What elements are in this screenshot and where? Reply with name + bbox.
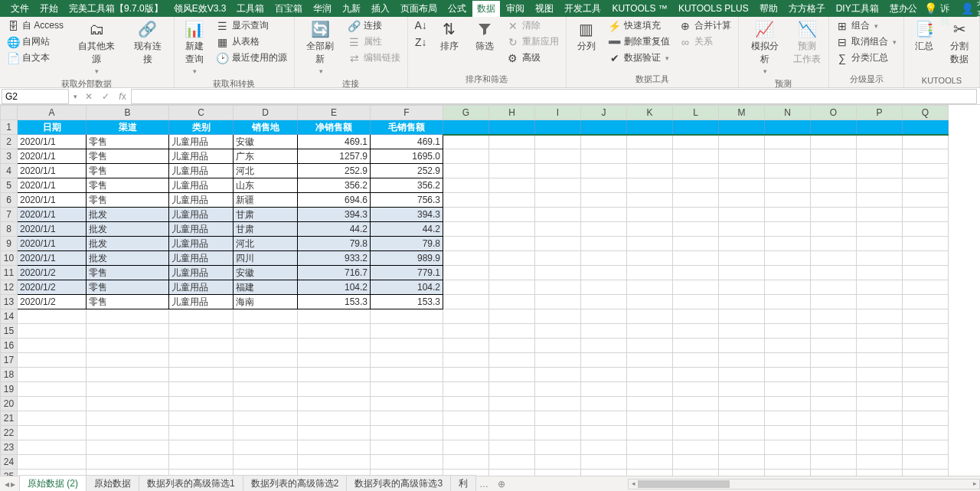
cell-H14[interactable]: [489, 309, 535, 324]
cell-B23[interactable]: [87, 440, 169, 455]
cell-C8[interactable]: 儿童用品: [169, 222, 234, 237]
col-header-J[interactable]: J: [581, 106, 627, 120]
cell-B2[interactable]: 零售: [87, 135, 169, 149]
cell-D12[interactable]: 福建: [234, 280, 298, 295]
cell-K18[interactable]: [627, 368, 673, 382]
cell-I14[interactable]: [535, 309, 581, 324]
row-header-24[interactable]: 24: [1, 455, 18, 470]
row-header-1[interactable]: 1: [1, 120, 18, 135]
cell-C9[interactable]: 儿童用品: [169, 237, 234, 251]
from-table-button[interactable]: ▦从表格: [214, 34, 289, 49]
cell-I18[interactable]: [535, 368, 581, 382]
cell-F13[interactable]: 153.3: [371, 295, 443, 309]
cell-Q6[interactable]: [903, 193, 949, 208]
cell-Q3[interactable]: [903, 149, 949, 164]
cell-L17[interactable]: [673, 353, 719, 368]
cell-N15[interactable]: [765, 324, 811, 339]
cell-C24[interactable]: [169, 455, 234, 470]
row-header-3[interactable]: 3: [1, 149, 18, 164]
cell-G3[interactable]: [443, 149, 489, 164]
cell-M22[interactable]: [719, 426, 765, 440]
cell-F20[interactable]: [371, 397, 443, 411]
cell-N20[interactable]: [765, 397, 811, 411]
add-sheet-button[interactable]: ⊕: [492, 479, 511, 489]
cell-D22[interactable]: [234, 426, 298, 440]
cell-D7[interactable]: 甘肃: [234, 208, 298, 222]
horizontal-scrollbar[interactable]: ◂ ▸: [628, 479, 980, 489]
menu-tab-华润[interactable]: 华润: [309, 1, 336, 17]
cell-Q12[interactable]: [903, 280, 949, 295]
cell-J8[interactable]: [581, 222, 627, 237]
cell-J17[interactable]: [581, 353, 627, 368]
cell-P14[interactable]: [857, 309, 903, 324]
col-header-M[interactable]: M: [719, 106, 765, 120]
cell-C13[interactable]: 儿童用品: [169, 295, 234, 309]
cell-O24[interactable]: [811, 455, 857, 470]
cell-Q24[interactable]: [903, 455, 949, 470]
cell-L2[interactable]: [673, 135, 719, 149]
cell-E4[interactable]: 252.9: [298, 164, 371, 178]
cell-H11[interactable]: [489, 266, 535, 280]
col-header-F[interactable]: F: [371, 106, 443, 120]
header-cell[interactable]: [443, 120, 489, 135]
cell-G24[interactable]: [443, 455, 489, 470]
cell-B20[interactable]: [87, 397, 169, 411]
cell-D13[interactable]: 海南: [234, 295, 298, 309]
cell-C15[interactable]: [169, 324, 234, 339]
enter-formula-button[interactable]: ✓: [97, 91, 114, 102]
row-header-20[interactable]: 20: [1, 397, 18, 411]
group-button[interactable]: ⊞组合: [834, 18, 899, 33]
cell-K22[interactable]: [627, 426, 673, 440]
cell-P25[interactable]: [857, 470, 903, 476]
cell-I5[interactable]: [535, 178, 581, 193]
cell-I11[interactable]: [535, 266, 581, 280]
scroll-left-icon[interactable]: ◂: [629, 480, 638, 487]
cell-N2[interactable]: [765, 135, 811, 149]
cell-L19[interactable]: [673, 382, 719, 397]
subtotal-button[interactable]: ∑分类汇总: [834, 51, 899, 65]
menu-tab-插入[interactable]: 插入: [367, 1, 394, 17]
cell-K3[interactable]: [627, 149, 673, 164]
cell-E22[interactable]: [298, 426, 371, 440]
menu-tab-领风E效V3.3[interactable]: 领风E效V3.3: [169, 1, 231, 17]
cell-D20[interactable]: [234, 397, 298, 411]
cell-O18[interactable]: [811, 368, 857, 382]
cell-H4[interactable]: [489, 164, 535, 178]
cell-C11[interactable]: 儿童用品: [169, 266, 234, 280]
cell-A24[interactable]: [18, 455, 87, 470]
cell-M11[interactable]: [719, 266, 765, 280]
sheet-tab-1[interactable]: 原始数据: [86, 475, 139, 491]
cell-E19[interactable]: [298, 382, 371, 397]
menu-tab-百宝箱[interactable]: 百宝箱: [270, 1, 307, 17]
cell-P24[interactable]: [857, 455, 903, 470]
cell-F22[interactable]: [371, 426, 443, 440]
cell-I9[interactable]: [535, 237, 581, 251]
cell-I4[interactable]: [535, 164, 581, 178]
cell-E17[interactable]: [298, 353, 371, 368]
cell-B5[interactable]: 零售: [87, 178, 169, 193]
cell-L7[interactable]: [673, 208, 719, 222]
cell-N14[interactable]: [765, 309, 811, 324]
cell-B22[interactable]: [87, 426, 169, 440]
cell-D8[interactable]: 甘肃: [234, 222, 298, 237]
cell-A14[interactable]: [18, 309, 87, 324]
cell-A15[interactable]: [18, 324, 87, 339]
cell-Q4[interactable]: [903, 164, 949, 178]
cell-K11[interactable]: [627, 266, 673, 280]
cell-P18[interactable]: [857, 368, 903, 382]
cell-E15[interactable]: [298, 324, 371, 339]
cell-O6[interactable]: [811, 193, 857, 208]
header-cell[interactable]: [765, 120, 811, 135]
cell-J20[interactable]: [581, 397, 627, 411]
cell-B24[interactable]: [87, 455, 169, 470]
cell-N6[interactable]: [765, 193, 811, 208]
row-header-11[interactable]: 11: [1, 266, 18, 280]
cell-O10[interactable]: [811, 251, 857, 266]
cell-B6[interactable]: 零售: [87, 193, 169, 208]
cell-N7[interactable]: [765, 208, 811, 222]
cell-C22[interactable]: [169, 426, 234, 440]
cell-P16[interactable]: [857, 339, 903, 353]
cell-E3[interactable]: 1257.9: [298, 149, 371, 164]
cell-C16[interactable]: [169, 339, 234, 353]
cell-Q13[interactable]: [903, 295, 949, 309]
